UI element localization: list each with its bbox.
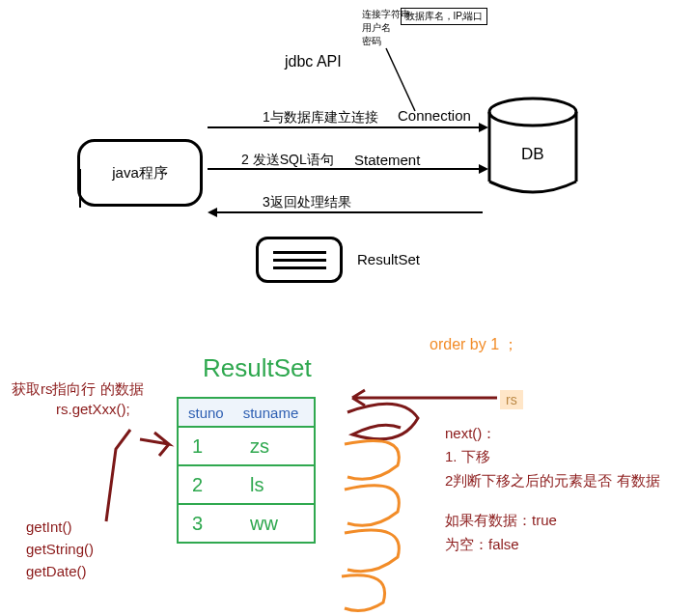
getint-label: getInt() (26, 518, 72, 535)
col-stuname: stuname (234, 405, 309, 421)
order-by-label: order by 1 ； (430, 335, 518, 355)
next-step1: 1. 下移 (445, 448, 490, 466)
arrow-3-head (208, 208, 217, 217)
table-row: 3 ww (179, 503, 314, 542)
next-label: next()： (445, 425, 496, 443)
table-header: stuno stuname (179, 399, 314, 426)
cell-name: ls (236, 474, 314, 496)
username-label: 用户名 (362, 21, 391, 35)
get-row-data-label: 获取rs指向行 的数据 (12, 380, 144, 399)
resultset-label: ResultSet (357, 251, 420, 267)
arrow-3-line (217, 211, 483, 213)
connection-label: Connection (398, 107, 471, 124)
arrow-1-line (208, 126, 481, 128)
arrow-1-head (479, 123, 488, 132)
table-row: 2 ls (179, 464, 314, 503)
arrow-3-label: 3返回处理结果 (263, 194, 351, 211)
pointer-line (381, 43, 439, 116)
connector-left (75, 169, 85, 208)
arrow-1-label: 1与数据库建立连接 (263, 109, 378, 126)
getstring-label: getString() (26, 541, 94, 557)
svg-line-0 (386, 48, 415, 111)
db-label: DB (521, 145, 544, 164)
java-program-box: java程序 (77, 139, 203, 207)
statement-label: Statement (354, 152, 420, 168)
next-step2: 2判断下移之后的元素是否 有数据 (445, 472, 660, 490)
next-true: 如果有数据：true (445, 512, 557, 530)
java-program-label: java程序 (112, 164, 168, 182)
resultset-table: stuno stuname 1 zs 2 ls 3 ww (177, 397, 316, 544)
cell-no: 1 (179, 435, 236, 458)
cell-no: 2 (179, 474, 236, 496)
cell-no: 3 (179, 513, 236, 535)
next-false: 为空：false (445, 536, 519, 554)
resultset-title: ResultSet (203, 353, 312, 383)
resultset-icon (256, 237, 343, 283)
svg-point-1 (489, 98, 576, 126)
getdate-label: getDate() (26, 563, 87, 579)
arrow-2-head (479, 164, 488, 174)
cell-name: ww (236, 513, 314, 535)
col-stuno: stuno (179, 405, 234, 421)
cell-name: zs (236, 435, 314, 458)
jdbc-api-label: jdbc API (285, 53, 342, 70)
arrow-2-label: 2 发送SQL语句 (241, 152, 334, 169)
dbinfo-box: 数据库名，IP,端口 (401, 8, 487, 25)
password-label: 密码 (362, 35, 381, 48)
rs-pointer-label: rs (500, 390, 523, 409)
orange-loops-icon (340, 436, 456, 615)
table-row: 1 zs (179, 426, 314, 464)
